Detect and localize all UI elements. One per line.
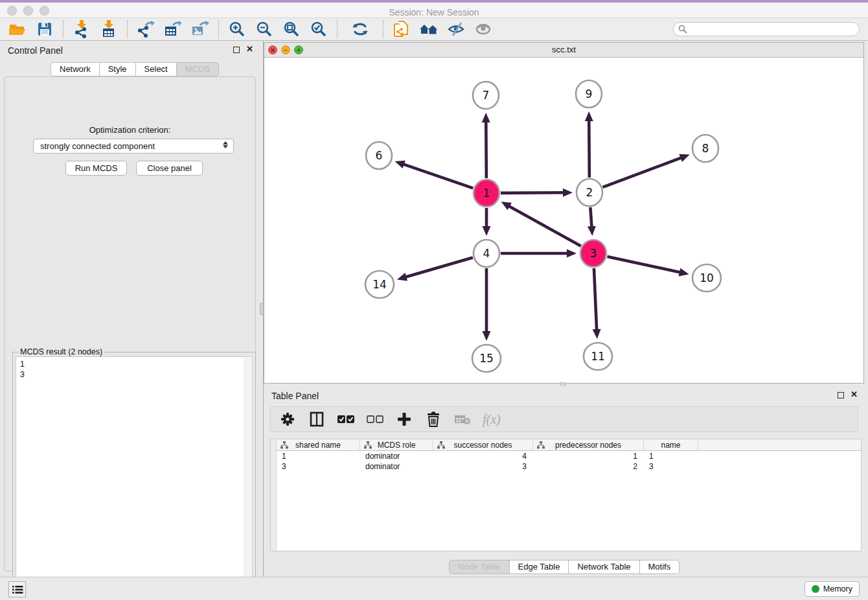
column-header-name[interactable]: name	[644, 439, 698, 450]
close-panel-button[interactable]: Close panel	[136, 161, 203, 176]
run-mcds-button[interactable]: Run MCDS	[65, 161, 127, 176]
table-cell: 1	[644, 451, 698, 461]
delete-table-icon[interactable]	[453, 411, 472, 428]
float-panel-icon[interactable]	[838, 392, 844, 398]
edge-2-9[interactable]	[589, 120, 589, 178]
mcds-result-text[interactable]: 1 3	[16, 356, 253, 597]
session-title: Session: New Session	[0, 5, 868, 19]
edge-arrowhead	[563, 189, 573, 197]
open-folder-icon[interactable]	[4, 19, 31, 39]
export-network-icon[interactable]	[132, 19, 159, 39]
control-panel-title: Control Panel	[8, 45, 63, 56]
apply-function-icon[interactable]: f(x)	[483, 412, 501, 427]
add-column-icon[interactable]	[395, 411, 413, 428]
column-header-predecessor-nodes[interactable]: predecessor nodes	[533, 439, 644, 450]
column-header-successor-nodes[interactable]: successor nodes	[433, 439, 533, 450]
table-cell: 2	[533, 461, 644, 472]
edge-2-3[interactable]	[590, 207, 591, 227]
column-header-label: predecessor nodes	[555, 441, 621, 450]
zoom-fit-icon[interactable]	[278, 19, 305, 39]
table-toolbar: f(x)	[270, 406, 858, 432]
node-table: shared nameMCDS rolesuccessor nodesprede…	[270, 439, 862, 551]
column-header-label: name	[661, 441, 680, 450]
edge-2-8[interactable]	[603, 157, 682, 187]
column-header-MCDS-role[interactable]: MCDS role	[360, 439, 433, 450]
select-arrows-icon	[223, 141, 228, 148]
tab-edge-table[interactable]: Edge Table	[510, 560, 569, 574]
show-hide-panel-icon[interactable]	[470, 19, 497, 39]
column-header-label: successor nodes	[453, 441, 512, 450]
node-label: 7	[483, 89, 490, 102]
row-header-gutter	[271, 439, 277, 551]
edge-arrowhead	[397, 273, 407, 281]
node-label: 2	[586, 186, 593, 199]
close-panel-icon[interactable]: ✕	[851, 390, 858, 399]
export-image-icon[interactable]	[187, 19, 214, 39]
toolbar-separator	[63, 20, 63, 38]
edge-arrowhead	[585, 111, 593, 121]
edge-1-7[interactable]	[486, 121, 486, 178]
table-panel: Table Panel ✕	[264, 386, 864, 577]
toolbar-separator	[383, 20, 383, 38]
edge-1-2[interactable]	[501, 192, 564, 193]
scrollbar-track[interactable]	[244, 358, 251, 596]
toolbar-separator	[218, 20, 219, 38]
column-header-label: MCDS role	[378, 441, 416, 450]
export-table-icon[interactable]	[159, 19, 187, 39]
titlebar: Session: New Session	[0, 3, 868, 18]
float-panel-icon[interactable]	[233, 47, 240, 53]
select-all-columns-icon[interactable]	[337, 411, 355, 428]
network-canvas[interactable]: 7968124314101511	[264, 58, 863, 383]
edge-1-6[interactable]	[403, 164, 473, 188]
toggle-graphics-details-icon[interactable]	[442, 19, 470, 39]
task-history-button[interactable]	[8, 581, 26, 597]
zoom-out-icon[interactable]	[251, 19, 278, 39]
tab-motifs[interactable]: Motifs	[640, 560, 680, 574]
duplicate-network-icon[interactable]	[388, 19, 415, 39]
memory-button[interactable]: Memory	[805, 581, 860, 597]
search-input[interactable]	[673, 22, 860, 36]
status-bar: Memory	[0, 577, 868, 600]
deselect-all-columns-icon[interactable]	[366, 411, 384, 428]
tab-style[interactable]: Style	[100, 62, 136, 76]
tab-select[interactable]: Select	[136, 62, 177, 76]
edge-4-14[interactable]	[405, 257, 473, 277]
toolbar-separator	[127, 20, 128, 38]
memory-label: Memory	[823, 584, 852, 594]
edge-3-10[interactable]	[607, 257, 680, 273]
save-icon[interactable]	[31, 19, 58, 39]
edge-3-11[interactable]	[594, 268, 597, 330]
network-overview-icon[interactable]	[415, 19, 442, 39]
refresh-view-icon[interactable]	[342, 19, 378, 39]
table-settings-icon[interactable]	[279, 411, 297, 428]
import-table-icon[interactable]	[95, 19, 122, 39]
table-cell: dominator	[360, 461, 433, 472]
edge-3-1[interactable]	[508, 206, 581, 246]
close-panel-icon[interactable]: ✕	[246, 45, 253, 54]
edge-arrowhead	[588, 226, 596, 236]
application-window: Session: New Session	[0, 0, 868, 600]
tab-mcds[interactable]: MCDS	[177, 62, 219, 76]
node-label: 15	[479, 352, 494, 365]
column-header-shared-name[interactable]: shared name	[277, 439, 360, 450]
toolbar-separator	[337, 20, 337, 38]
network-window-titlebar[interactable]: ✕ − + scc.txt	[264, 43, 863, 58]
node-label: 6	[376, 149, 383, 162]
criterion-select[interactable]: strongly connected component	[33, 139, 234, 154]
zoom-in-icon[interactable]	[223, 19, 251, 39]
node-label: 14	[372, 278, 387, 291]
table-panel-title: Table Panel	[271, 391, 319, 401]
zoom-selected-icon[interactable]	[305, 19, 332, 39]
node-label: 3	[590, 247, 597, 260]
split-columns-icon[interactable]	[308, 411, 326, 428]
control-panel: Control Panel ✕ NetworkStyleSelectMCDS O…	[0, 41, 260, 577]
table-row[interactable]: 1dominator411	[277, 451, 861, 461]
tab-node-table[interactable]: Node Table	[449, 560, 510, 574]
table-row[interactable]: 3dominator323	[277, 461, 861, 472]
mcds-result-title: MCDS result (2 nodes)	[18, 347, 104, 356]
import-network-icon[interactable]	[68, 19, 95, 39]
table-header-row: shared nameMCDS rolesuccessor nodesprede…	[277, 439, 861, 451]
tab-network[interactable]: Network	[51, 62, 100, 76]
tab-network-table[interactable]: Network Table	[569, 560, 639, 574]
delete-columns-icon[interactable]	[424, 411, 442, 428]
